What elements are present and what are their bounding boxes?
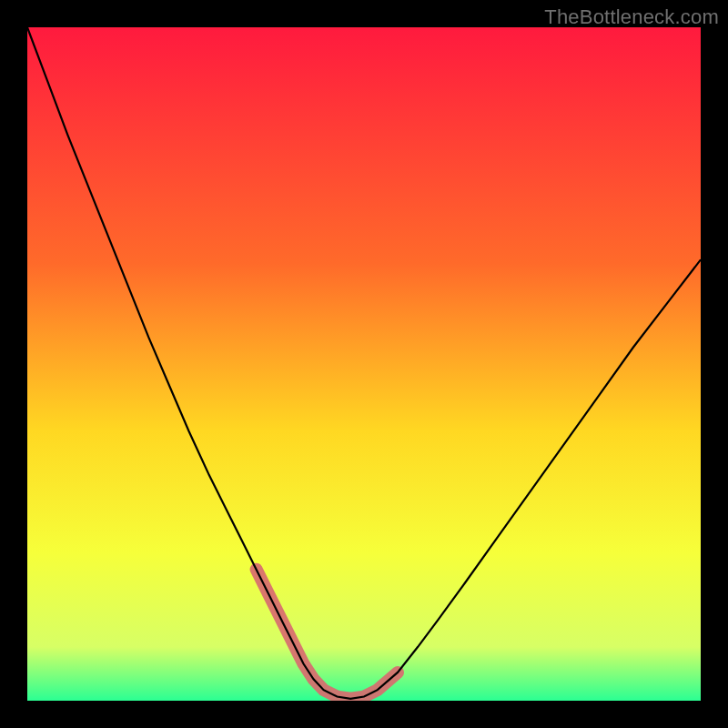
chart-frame	[27, 27, 701, 701]
gradient-background	[27, 27, 701, 701]
bottleneck-chart	[27, 27, 701, 701]
watermark-text: TheBottleneck.com	[544, 5, 719, 29]
